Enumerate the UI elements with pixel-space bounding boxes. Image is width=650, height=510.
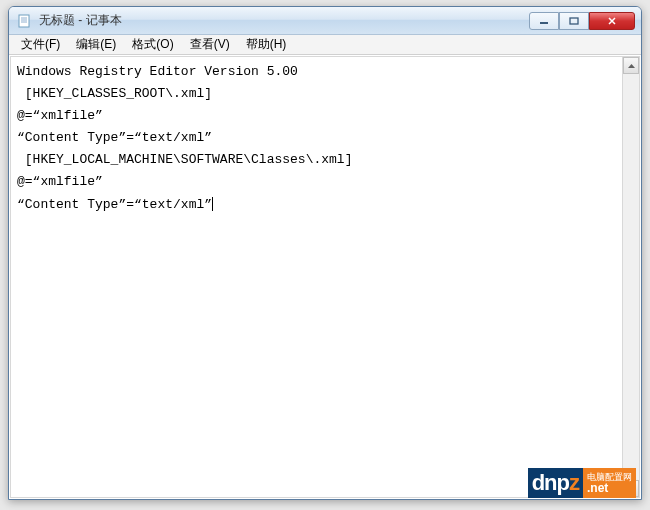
window-controls <box>529 12 635 30</box>
window-title: 无标题 - 记事本 <box>39 12 529 29</box>
svg-rect-0 <box>19 15 29 27</box>
editor-line: Windows Registry Editor Version 5.00 <box>17 61 616 83</box>
menu-view[interactable]: 查看(V) <box>182 34 238 55</box>
editor-line: [HKEY_CLASSES_ROOT\.xml] <box>17 83 616 105</box>
watermark-brand: dnp <box>532 470 569 495</box>
editor-line: “Content Type”=“text/xml” <box>17 127 616 149</box>
editor-line: [HKEY_LOCAL_MACHINE\SOFTWARE\Classes\.xm… <box>17 149 616 171</box>
vertical-scrollbar[interactable] <box>622 57 639 497</box>
menu-help[interactable]: 帮助(H) <box>238 34 295 55</box>
menu-file[interactable]: 文件(F) <box>13 34 68 55</box>
close-button[interactable] <box>589 12 635 30</box>
menubar: 文件(F) 编辑(E) 格式(O) 查看(V) 帮助(H) <box>9 35 641 55</box>
titlebar[interactable]: 无标题 - 记事本 <box>9 7 641 35</box>
minimize-button[interactable] <box>529 12 559 30</box>
text-cursor <box>212 197 213 211</box>
editor-line: @=“xmlfile” <box>17 171 616 193</box>
editor-line: “Content Type”=“text/xml” <box>17 194 616 216</box>
notepad-window: 无标题 - 记事本 文件(F) 编辑(E) 格式(O) 查看(V) 帮助(H) … <box>8 6 642 500</box>
notepad-app-icon <box>17 13 33 29</box>
watermark-logo: dnpz 电脑配置网 .net <box>528 468 636 498</box>
menu-format[interactable]: 格式(O) <box>124 34 181 55</box>
content-wrap: Windows Registry Editor Version 5.00 [HK… <box>10 56 640 498</box>
menu-edit[interactable]: 编辑(E) <box>68 34 124 55</box>
text-editor-area[interactable]: Windows Registry Editor Version 5.00 [HK… <box>11 57 622 497</box>
editor-line: @=“xmlfile” <box>17 105 616 127</box>
scroll-up-button[interactable] <box>623 57 639 74</box>
svg-rect-5 <box>570 18 578 24</box>
maximize-button[interactable] <box>559 12 589 30</box>
svg-rect-4 <box>540 22 548 24</box>
scroll-track[interactable] <box>623 74 639 480</box>
watermark-net-text: .net <box>587 482 632 494</box>
